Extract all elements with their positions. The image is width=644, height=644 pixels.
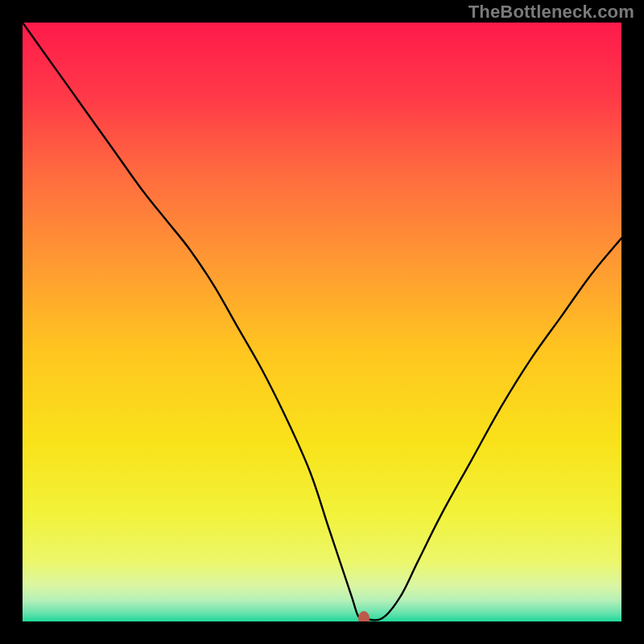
optimal-marker bbox=[358, 611, 369, 621]
plot-area bbox=[23, 23, 621, 621]
watermark-text: TheBottleneck.com bbox=[469, 2, 634, 23]
chart-container: TheBottleneck.com bbox=[0, 0, 644, 644]
bottleneck-curve bbox=[23, 23, 621, 621]
